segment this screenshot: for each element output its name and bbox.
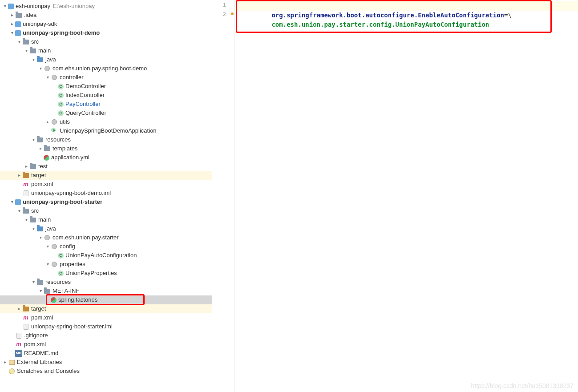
iml-file-icon: [24, 190, 28, 196]
chevron-down-icon[interactable]: ▾: [9, 198, 15, 206]
folder-icon: [30, 164, 36, 169]
tree-label: UnionPayProperties: [65, 269, 117, 278]
tree-item[interactable]: application.yml: [0, 153, 212, 162]
code-editor[interactable]: 1 2 org.springframework.boot.autoconfigu…: [212, 0, 578, 392]
tree-item[interactable]: ▾ unionpay-spring-boot-starter: [0, 198, 212, 206]
tree-item-selected[interactable]: spring.factories: [0, 295, 212, 304]
tree-item[interactable]: unionpay-spring-boot-demo.iml: [0, 189, 212, 198]
chevron-down-icon[interactable]: ▾: [37, 233, 44, 242]
tree-item[interactable]: C UnionPayAutoConfiguration: [0, 251, 212, 260]
tree-item[interactable]: ▾ main: [0, 46, 212, 55]
package-icon: [52, 75, 57, 80]
tree-label: External Libraries: [17, 358, 62, 367]
chevron-down-icon[interactable]: ▾: [9, 28, 15, 37]
excluded-folder-icon: [23, 307, 29, 311]
chevron-right-icon[interactable]: ▸: [9, 20, 15, 28]
tree-item[interactable]: C QueryController: [0, 109, 212, 117]
tree-label: pom.xml: [24, 340, 46, 349]
tree-item[interactable]: m pom.xml: [0, 180, 212, 189]
tree-item[interactable]: ▸ .idea: [0, 11, 212, 20]
package-icon: [52, 119, 57, 125]
tree-item[interactable]: UnionpaySpringBootDemoApplication: [0, 126, 212, 135]
tree-label: resources: [45, 135, 71, 144]
tree-item[interactable]: ▾ unionpay-spring-boot-demo: [0, 28, 212, 37]
app-window: ▾ esh-unionpay E:\esh-unionpay ▸ .idea ▸…: [0, 0, 578, 392]
chevron-right-icon[interactable]: ▸: [37, 144, 44, 153]
tree-item[interactable]: ▾ java: [0, 224, 212, 233]
chevron-down-icon[interactable]: ▾: [30, 278, 36, 287]
tree-item[interactable]: C UnionPayProperties: [0, 269, 212, 278]
tree-item[interactable]: ▾ properties: [0, 260, 212, 269]
chevron-right-icon[interactable]: ▸: [23, 162, 29, 171]
tree-root[interactable]: ▾ esh-unionpay E:\esh-unionpay: [0, 2, 212, 11]
chevron-down-icon[interactable]: ▾: [30, 55, 36, 64]
tree-item[interactable]: ▸ utils: [0, 117, 212, 126]
tree-item[interactable]: ▸ target: [0, 304, 212, 313]
tree-item[interactable]: Scratches and Consoles: [0, 367, 212, 376]
tree-item[interactable]: ▾ resources: [0, 278, 212, 287]
source-folder-icon: [37, 57, 43, 62]
resources-folder-icon: [37, 137, 43, 142]
tree-item[interactable]: m pom.xml: [0, 340, 212, 349]
tree-label: unionpay-sdk: [23, 20, 57, 28]
chevron-down-icon[interactable]: ▾: [44, 260, 51, 269]
project-tree[interactable]: ▾ esh-unionpay E:\esh-unionpay ▸ .idea ▸…: [0, 0, 212, 376]
chevron-right-icon[interactable]: ▸: [2, 358, 8, 367]
tree-label: test: [38, 162, 48, 171]
tree-item[interactable]: ▾ src: [0, 206, 212, 215]
tree-item[interactable]: ▾ java: [0, 55, 212, 64]
chevron-down-icon[interactable]: ▾: [44, 242, 51, 251]
chevron-down-icon[interactable]: ▾: [30, 135, 36, 144]
tree-item[interactable]: ▾ main: [0, 215, 212, 224]
tree-item[interactable]: ▸ templates: [0, 144, 212, 153]
maven-icon: m: [15, 341, 22, 348]
line-number: 2: [212, 11, 234, 20]
chevron-down-icon[interactable]: ▾: [23, 215, 29, 224]
gutter-change-marker: [231, 12, 234, 15]
tree-label: README.md: [24, 349, 58, 358]
code-line[interactable]: org.springframework.boot.autoconfigure.E…: [234, 1, 578, 11]
tree-label: com.ehs.union.pay.spring.boot.demo: [53, 64, 147, 73]
iml-file-icon: [24, 324, 28, 330]
editor-content[interactable]: org.springframework.boot.autoconfigure.E…: [234, 0, 578, 392]
chevron-right-icon[interactable]: ▸: [16, 304, 22, 313]
tree-item[interactable]: .gitignore: [0, 331, 212, 340]
chevron-down-icon[interactable]: ▾: [16, 206, 22, 215]
tree-item[interactable]: C PayController: [0, 100, 212, 109]
tree-item[interactable]: C DemoController: [0, 82, 212, 91]
chevron-down-icon[interactable]: ▾: [23, 46, 29, 55]
folder-icon: [44, 146, 50, 151]
scratch-icon: [9, 368, 15, 374]
tree-item[interactable]: ▾ com.esh.union.pay.starter: [0, 233, 212, 242]
tree-label: .gitignore: [24, 331, 48, 340]
tree-item[interactable]: m pom.xml: [0, 313, 212, 322]
tree-item[interactable]: ▸ unionpay-sdk: [0, 20, 212, 28]
resources-folder-icon: [37, 280, 43, 285]
tree-item[interactable]: MD README.md: [0, 349, 212, 358]
tree-item[interactable]: ▾ META-INF: [0, 287, 212, 295]
chevron-right-icon[interactable]: ▸: [9, 11, 15, 20]
tree-item[interactable]: ▾ config: [0, 242, 212, 251]
tree-item[interactable]: ▾ controller: [0, 73, 212, 82]
chevron-down-icon[interactable]: ▾: [16, 37, 22, 46]
chevron-right-icon[interactable]: ▸: [16, 171, 22, 180]
tree-label: QueryController: [65, 109, 106, 117]
tree-item[interactable]: ▾ src: [0, 37, 212, 46]
chevron-down-icon[interactable]: ▾: [30, 224, 36, 233]
editor-gutter: 1 2: [212, 0, 234, 392]
chevron-down-icon[interactable]: ▾: [37, 64, 44, 73]
tree-item[interactable]: C IndexController: [0, 91, 212, 100]
tree-item[interactable]: ▸ External Libraries: [0, 358, 212, 367]
tree-item[interactable]: ▾ resources: [0, 135, 212, 144]
tree-item[interactable]: unionpay-spring-boot-starter.iml: [0, 322, 212, 331]
chevron-down-icon[interactable]: ▾: [2, 2, 8, 11]
tree-item[interactable]: ▾ com.ehs.union.pay.spring.boot.demo: [0, 64, 212, 73]
chevron-down-icon[interactable]: ▾: [37, 287, 44, 295]
tree-item[interactable]: ▸ test: [0, 162, 212, 171]
chevron-down-icon[interactable]: ▾: [44, 73, 51, 82]
chevron-right-icon[interactable]: ▸: [44, 117, 51, 126]
module-icon: [15, 21, 21, 27]
project-tree-panel[interactable]: ▾ esh-unionpay E:\esh-unionpay ▸ .idea ▸…: [0, 0, 212, 392]
tree-item[interactable]: ▸ target: [0, 171, 212, 180]
tree-label: pom.xml: [31, 180, 53, 189]
